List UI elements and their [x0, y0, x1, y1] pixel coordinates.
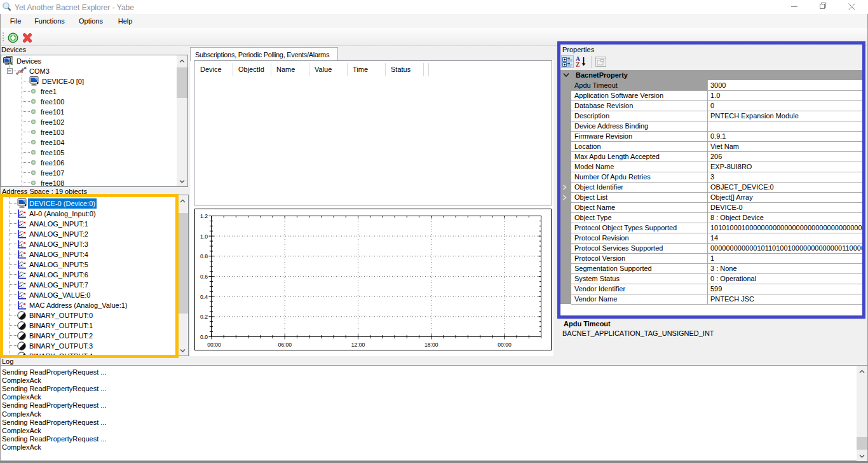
- svg-text:06:00: 06:00: [278, 342, 292, 348]
- svg-text:0.0: 0.0: [200, 334, 208, 340]
- svg-text:0.8: 0.8: [200, 253, 208, 259]
- svg-text:12:00: 12:00: [351, 342, 365, 348]
- svg-text:1.0: 1.0: [200, 233, 208, 240]
- svg-text:18:00: 18:00: [424, 342, 438, 348]
- svg-text:0.4: 0.4: [200, 294, 208, 300]
- svg-text:Z: Z: [576, 62, 580, 67]
- svg-text:1.2: 1.2: [200, 213, 208, 219]
- svg-text:00:00: 00:00: [498, 342, 512, 348]
- svg-text:0.6: 0.6: [200, 273, 208, 280]
- svg-text:0.2: 0.2: [200, 314, 208, 320]
- svg-text:00:00: 00:00: [207, 342, 221, 348]
